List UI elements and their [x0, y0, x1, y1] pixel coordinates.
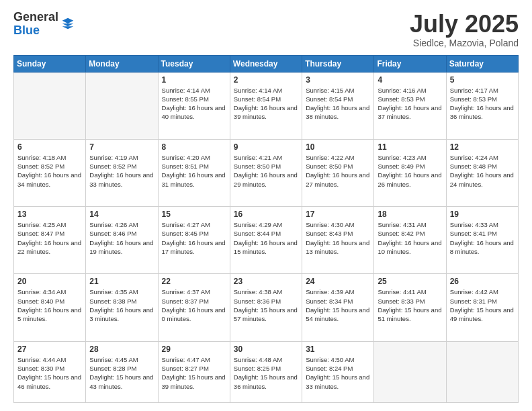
- day-number: 19: [450, 210, 515, 219]
- day-info: Sunrise: 4:37 AMSunset: 8:37 PMDaylight:…: [162, 287, 226, 323]
- subtitle: Siedlce, Mazovia, Poland: [410, 38, 519, 48]
- day-info: Sunrise: 4:17 AMSunset: 8:53 PMDaylight:…: [450, 86, 515, 122]
- day-info: Sunrise: 4:31 AMSunset: 8:42 PMDaylight:…: [378, 220, 442, 256]
- day-info: Sunrise: 4:44 AMSunset: 8:30 PMDaylight:…: [17, 355, 82, 391]
- day-number: 13: [17, 210, 82, 219]
- day-number: 25: [378, 277, 442, 286]
- calendar-day-header: Tuesday: [158, 55, 230, 72]
- calendar-day-cell: 8Sunrise: 4:20 AMSunset: 8:51 PMDaylight…: [158, 139, 230, 206]
- calendar-day-cell: 2Sunrise: 4:14 AMSunset: 8:54 PMDaylight…: [230, 72, 302, 139]
- calendar-day-cell: 24Sunrise: 4:39 AMSunset: 8:34 PMDayligh…: [302, 274, 374, 341]
- calendar-day-header: Thursday: [302, 55, 374, 72]
- calendar-day-cell: 18Sunrise: 4:31 AMSunset: 8:42 PMDayligh…: [374, 207, 446, 274]
- calendar-week-row: 13Sunrise: 4:25 AMSunset: 8:47 PMDayligh…: [14, 207, 519, 274]
- day-info: Sunrise: 4:47 AMSunset: 8:27 PMDaylight:…: [162, 355, 226, 391]
- day-info: Sunrise: 4:24 AMSunset: 8:48 PMDaylight:…: [450, 153, 515, 189]
- calendar-day-cell: 9Sunrise: 4:21 AMSunset: 8:50 PMDaylight…: [230, 139, 302, 206]
- day-info: Sunrise: 4:42 AMSunset: 8:31 PMDaylight:…: [450, 287, 515, 323]
- calendar-day-cell: 22Sunrise: 4:37 AMSunset: 8:37 PMDayligh…: [158, 274, 230, 341]
- calendar-day-cell: 11Sunrise: 4:23 AMSunset: 8:49 PMDayligh…: [374, 139, 446, 206]
- calendar-header-row: SundayMondayTuesdayWednesdayThursdayFrid…: [14, 55, 519, 72]
- calendar-day-cell: 26Sunrise: 4:42 AMSunset: 8:31 PMDayligh…: [446, 274, 518, 341]
- calendar-day-cell: 1Sunrise: 4:14 AMSunset: 8:55 PMDaylight…: [158, 72, 230, 139]
- calendar-table: SundayMondayTuesdayWednesdayThursdayFrid…: [13, 55, 519, 403]
- day-info: Sunrise: 4:15 AMSunset: 8:54 PMDaylight:…: [306, 86, 370, 122]
- day-info: Sunrise: 4:21 AMSunset: 8:50 PMDaylight:…: [234, 153, 298, 189]
- calendar-day-cell: 21Sunrise: 4:35 AMSunset: 8:38 PMDayligh…: [86, 274, 158, 341]
- day-number: 1: [162, 75, 226, 85]
- day-info: Sunrise: 4:38 AMSunset: 8:36 PMDaylight:…: [234, 287, 298, 323]
- day-info: Sunrise: 4:34 AMSunset: 8:40 PMDaylight:…: [17, 287, 82, 323]
- day-number: 8: [162, 142, 226, 152]
- calendar-day-cell: 28Sunrise: 4:45 AMSunset: 8:28 PMDayligh…: [86, 341, 158, 402]
- day-number: 15: [162, 210, 226, 219]
- day-info: Sunrise: 4:18 AMSunset: 8:52 PMDaylight:…: [17, 153, 82, 189]
- day-info: Sunrise: 4:16 AMSunset: 8:53 PMDaylight:…: [378, 86, 442, 122]
- day-number: 10: [306, 142, 370, 152]
- day-number: 3: [306, 75, 370, 85]
- calendar-week-row: 6Sunrise: 4:18 AMSunset: 8:52 PMDaylight…: [14, 139, 519, 206]
- calendar-day-header: Wednesday: [230, 55, 302, 72]
- day-number: 17: [306, 210, 370, 219]
- day-number: 5: [450, 75, 515, 85]
- day-number: 26: [450, 277, 515, 286]
- calendar-day-cell: 6Sunrise: 4:18 AMSunset: 8:52 PMDaylight…: [14, 139, 86, 206]
- day-number: 11: [378, 142, 442, 152]
- day-number: 2: [234, 75, 298, 85]
- calendar-day-cell: 27Sunrise: 4:44 AMSunset: 8:30 PMDayligh…: [14, 341, 86, 402]
- day-info: Sunrise: 4:14 AMSunset: 8:54 PMDaylight:…: [234, 86, 298, 122]
- calendar-day-cell: 31Sunrise: 4:50 AMSunset: 8:24 PMDayligh…: [302, 341, 374, 402]
- calendar-day-cell: [14, 72, 86, 139]
- day-number: 30: [234, 345, 298, 354]
- calendar-day-cell: 23Sunrise: 4:38 AMSunset: 8:36 PMDayligh…: [230, 274, 302, 341]
- calendar-day-header: Saturday: [446, 55, 518, 72]
- day-number: 27: [17, 345, 82, 354]
- day-info: Sunrise: 4:30 AMSunset: 8:43 PMDaylight:…: [306, 220, 370, 256]
- day-number: 22: [162, 277, 226, 286]
- day-number: 28: [89, 345, 154, 354]
- day-info: Sunrise: 4:23 AMSunset: 8:49 PMDaylight:…: [378, 153, 442, 189]
- day-number: 24: [306, 277, 370, 286]
- day-info: Sunrise: 4:14 AMSunset: 8:55 PMDaylight:…: [162, 86, 226, 122]
- calendar-day-cell: 19Sunrise: 4:33 AMSunset: 8:41 PMDayligh…: [446, 207, 518, 274]
- day-info: Sunrise: 4:41 AMSunset: 8:33 PMDaylight:…: [378, 287, 442, 323]
- day-number: 4: [378, 75, 442, 85]
- header: General Blue July 2025 Siedlce, Mazovia,…: [13, 11, 519, 48]
- calendar-day-cell: [86, 72, 158, 139]
- day-info: Sunrise: 4:33 AMSunset: 8:41 PMDaylight:…: [450, 220, 515, 256]
- day-info: Sunrise: 4:50 AMSunset: 8:24 PMDaylight:…: [306, 355, 370, 391]
- calendar-day-cell: 30Sunrise: 4:48 AMSunset: 8:25 PMDayligh…: [230, 341, 302, 402]
- day-number: 20: [17, 277, 82, 286]
- calendar-day-cell: 14Sunrise: 4:26 AMSunset: 8:46 PMDayligh…: [86, 207, 158, 274]
- calendar-day-cell: [446, 341, 518, 402]
- calendar-day-cell: 20Sunrise: 4:34 AMSunset: 8:40 PMDayligh…: [14, 274, 86, 341]
- calendar-day-cell: 13Sunrise: 4:25 AMSunset: 8:47 PMDayligh…: [14, 207, 86, 274]
- calendar-day-cell: 3Sunrise: 4:15 AMSunset: 8:54 PMDaylight…: [302, 72, 374, 139]
- title-section: July 2025 Siedlce, Mazovia, Poland: [410, 11, 519, 48]
- day-number: 6: [17, 142, 82, 152]
- day-info: Sunrise: 4:27 AMSunset: 8:45 PMDaylight:…: [162, 220, 226, 256]
- day-info: Sunrise: 4:39 AMSunset: 8:34 PMDaylight:…: [306, 287, 370, 323]
- calendar-week-row: 27Sunrise: 4:44 AMSunset: 8:30 PMDayligh…: [14, 341, 519, 402]
- calendar-week-row: 1Sunrise: 4:14 AMSunset: 8:55 PMDaylight…: [14, 72, 519, 139]
- calendar-day-header: Sunday: [14, 55, 86, 72]
- day-number: 14: [89, 210, 154, 219]
- day-number: 31: [306, 345, 370, 354]
- day-number: 18: [378, 210, 442, 219]
- calendar-day-cell: 5Sunrise: 4:17 AMSunset: 8:53 PMDaylight…: [446, 72, 518, 139]
- calendar-day-header: Monday: [86, 55, 158, 72]
- day-info: Sunrise: 4:35 AMSunset: 8:38 PMDaylight:…: [89, 287, 154, 323]
- calendar-day-cell: 15Sunrise: 4:27 AMSunset: 8:45 PMDayligh…: [158, 207, 230, 274]
- calendar-day-cell: [374, 341, 446, 402]
- page: General Blue July 2025 Siedlce, Mazovia,…: [0, 0, 532, 411]
- logo-general: General: [13, 11, 58, 24]
- calendar-day-cell: 17Sunrise: 4:30 AMSunset: 8:43 PMDayligh…: [302, 207, 374, 274]
- day-info: Sunrise: 4:20 AMSunset: 8:51 PMDaylight:…: [162, 153, 226, 189]
- calendar-day-cell: 10Sunrise: 4:22 AMSunset: 8:50 PMDayligh…: [302, 139, 374, 206]
- day-number: 16: [234, 210, 298, 219]
- day-info: Sunrise: 4:29 AMSunset: 8:44 PMDaylight:…: [234, 220, 298, 256]
- calendar-day-cell: 29Sunrise: 4:47 AMSunset: 8:27 PMDayligh…: [158, 341, 230, 402]
- calendar-day-header: Friday: [374, 55, 446, 72]
- logo: General Blue: [13, 11, 75, 38]
- day-info: Sunrise: 4:48 AMSunset: 8:25 PMDaylight:…: [234, 355, 298, 391]
